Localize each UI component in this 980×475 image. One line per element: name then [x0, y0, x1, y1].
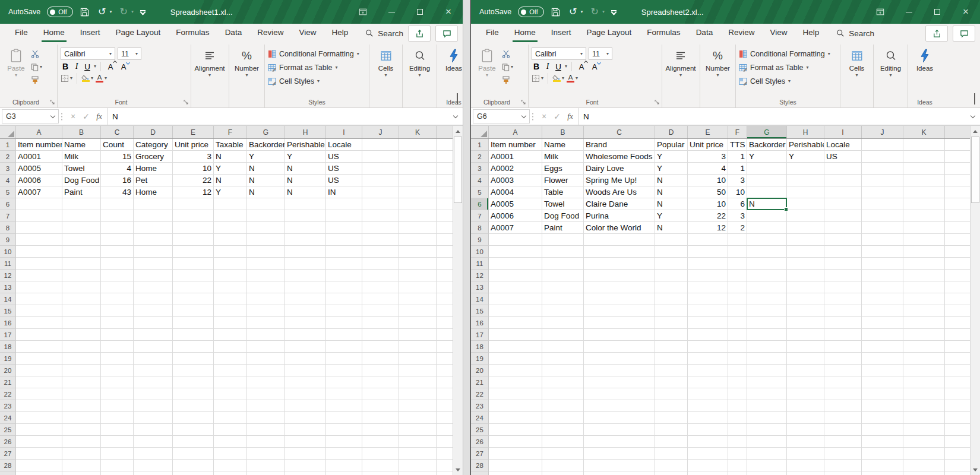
cancel-entry-icon[interactable]: × — [67, 112, 79, 121]
cell-F13[interactable] — [214, 281, 247, 293]
cell-H11[interactable] — [787, 258, 824, 270]
vertical-scrollbar[interactable] — [970, 126, 980, 475]
row-header-17[interactable]: 17 — [471, 329, 489, 341]
cell-D25[interactable] — [134, 424, 173, 436]
cell-J2[interactable] — [362, 151, 399, 163]
copy-button[interactable]: ▾ — [502, 62, 513, 72]
cell-H24[interactable] — [285, 412, 326, 424]
column-header-D[interactable]: D — [655, 126, 688, 138]
cell-E22[interactable] — [173, 388, 214, 400]
cell-D5[interactable]: Home — [134, 186, 173, 198]
cell-D24[interactable] — [134, 412, 173, 424]
alignment-button[interactable]: Alignment ▾ — [194, 46, 225, 78]
cell-J10[interactable] — [862, 246, 903, 258]
cell-I4[interactable]: US — [326, 175, 362, 186]
cell-J22[interactable] — [862, 388, 903, 400]
collapse-ribbon-icon[interactable] — [974, 93, 975, 104]
cell-B1[interactable]: Name — [542, 139, 584, 151]
cell-C5[interactable]: Woods Are Us — [584, 186, 655, 198]
cell-C11[interactable] — [101, 258, 134, 270]
scrollbar-thumb[interactable] — [971, 137, 979, 203]
cell-K29[interactable] — [399, 471, 437, 475]
font-size-select[interactable]: 11 ▾ — [118, 48, 141, 60]
cell-G20[interactable] — [247, 365, 285, 376]
cell-F22[interactable] — [214, 388, 247, 400]
cut-button[interactable] — [502, 49, 513, 59]
cell-J22[interactable] — [362, 388, 399, 400]
cell-H29[interactable] — [787, 471, 824, 475]
number-button[interactable]: % Number ▾ — [232, 46, 261, 78]
cell-A16[interactable] — [489, 317, 542, 329]
maximize-button[interactable] — [923, 0, 951, 24]
cell-F19[interactable] — [728, 353, 747, 365]
cell-D26[interactable] — [655, 436, 688, 448]
cell-C21[interactable] — [584, 376, 655, 388]
cell-F27[interactable] — [214, 448, 247, 460]
ideas-button[interactable]: Ideas — [911, 46, 938, 72]
cell-E26[interactable] — [173, 436, 214, 448]
paste-button[interactable]: Paste ▾ — [475, 46, 500, 78]
cell-I15[interactable] — [824, 305, 862, 317]
cell-C13[interactable] — [101, 281, 134, 293]
row-header-2[interactable]: 2 — [0, 151, 16, 163]
cell-K13[interactable] — [903, 281, 945, 293]
increase-font-button[interactable]: A — [576, 62, 587, 71]
format-painter-button[interactable] — [502, 75, 513, 86]
cell-H2[interactable]: Y — [285, 151, 326, 163]
cell-B26[interactable] — [62, 436, 101, 448]
cell-D27[interactable] — [655, 448, 688, 460]
cell-B16[interactable] — [62, 317, 101, 329]
cell-J19[interactable] — [362, 353, 399, 365]
decrease-font-button[interactable]: A — [589, 62, 600, 71]
autosave-toggle[interactable]: Off — [47, 7, 72, 17]
cell-J21[interactable] — [862, 376, 903, 388]
cell-G12[interactable] — [247, 270, 285, 281]
cell-B11[interactable] — [542, 258, 584, 270]
tab-page-layout[interactable]: Page Layout — [579, 24, 640, 43]
cell-C2[interactable]: 15 — [101, 151, 134, 163]
bold-button[interactable]: B — [532, 62, 541, 71]
tab-insert[interactable]: Insert — [72, 24, 108, 43]
cell-J7[interactable] — [362, 210, 399, 222]
cell-I15[interactable] — [326, 305, 362, 317]
undo-dropdown-icon[interactable]: ▾ — [581, 10, 583, 14]
cell-B13[interactable] — [542, 281, 584, 293]
cell-H12[interactable] — [285, 270, 326, 281]
cell-C24[interactable] — [584, 412, 655, 424]
cell-A14[interactable] — [489, 293, 542, 305]
cell-H1[interactable]: Perishable — [285, 139, 326, 151]
cell-H14[interactable] — [787, 293, 824, 305]
cell-H26[interactable] — [285, 436, 326, 448]
cell-E3[interactable]: 4 — [688, 163, 728, 175]
cell-G1[interactable]: Backorder — [747, 139, 787, 151]
cell-F2[interactable]: N — [214, 151, 247, 163]
cell-E9[interactable] — [688, 234, 728, 246]
cell-K19[interactable] — [399, 353, 437, 365]
cell-A29[interactable] — [16, 471, 62, 475]
cell-J2[interactable] — [862, 151, 903, 163]
cell-K8[interactable] — [399, 222, 437, 234]
cell-B8[interactable]: Paint — [542, 222, 584, 234]
cell-G25[interactable] — [747, 424, 787, 436]
cell-J23[interactable] — [862, 400, 903, 412]
cell-C22[interactable] — [584, 388, 655, 400]
column-header-H[interactable]: H — [285, 126, 326, 138]
cell-E4[interactable]: 10 — [688, 175, 728, 186]
font-dialog-launcher-icon[interactable] — [184, 100, 189, 105]
cell-A19[interactable] — [489, 353, 542, 365]
cell-C23[interactable] — [584, 400, 655, 412]
cell-A3[interactable]: A0002 — [489, 163, 542, 175]
column-header-E[interactable]: E — [688, 126, 728, 138]
cell-J1[interactable] — [362, 139, 399, 151]
cell-G14[interactable] — [747, 293, 787, 305]
cell-B15[interactable] — [542, 305, 584, 317]
cell-K8[interactable] — [903, 222, 945, 234]
cell-G16[interactable] — [247, 317, 285, 329]
cell-G11[interactable] — [747, 258, 787, 270]
cell-G24[interactable] — [747, 412, 787, 424]
cell-G23[interactable] — [747, 400, 787, 412]
cell-F4[interactable]: 3 — [728, 175, 747, 186]
cell-B7[interactable]: Dog Food — [542, 210, 584, 222]
cell-E21[interactable] — [173, 376, 214, 388]
cell-J8[interactable] — [362, 222, 399, 234]
